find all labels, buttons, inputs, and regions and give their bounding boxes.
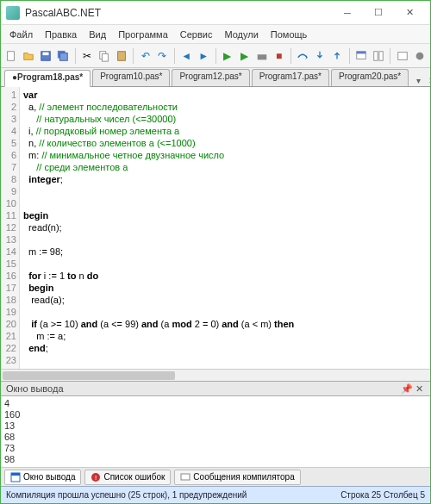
run-noconsole-icon[interactable]: ▶ — [237, 47, 252, 65]
option-icon[interactable] — [412, 47, 427, 65]
tabbar: ●Program18.pas* Program10.pas* Program12… — [1, 68, 430, 87]
copy-icon[interactable] — [97, 47, 111, 65]
output-panel[interactable]: 41601368739868 — [1, 396, 430, 467]
tab-dropdown-icon[interactable]: ▾ — [412, 74, 424, 86]
scrollbar-horizontal[interactable] — [1, 369, 430, 381]
pin-icon[interactable]: 📌 — [401, 383, 413, 395]
prev-icon[interactable]: ◄ — [179, 47, 194, 65]
cut-icon[interactable]: ✂ — [80, 47, 95, 65]
svg-rect-7 — [117, 51, 125, 60]
svg-rect-4 — [60, 53, 68, 60]
open-file-icon[interactable] — [22, 47, 36, 65]
undo-icon[interactable]: ↶ — [138, 47, 153, 65]
tab-program20[interactable]: Program20.pas* — [331, 69, 409, 86]
btab-output[interactable]: Окно вывода — [4, 470, 81, 485]
stop-icon[interactable]: ■ — [272, 47, 286, 65]
statusbar: Компиляция прошла успешно (25 строк), 1 … — [1, 486, 430, 503]
paste-icon[interactable] — [114, 47, 128, 65]
menu-service[interactable]: Сервис — [175, 28, 218, 41]
redo-icon[interactable]: ↷ — [155, 47, 170, 65]
btab-errors[interactable]: !Список ошибок — [84, 470, 171, 485]
code-area[interactable]: var a, // элемент последовательности // … — [20, 87, 430, 369]
window-title: PascalABC.NET — [25, 7, 332, 19]
status-position: Строка 25 Столбец 5 — [340, 490, 425, 500]
tab-close-icon[interactable]: ✕ — [426, 74, 431, 86]
svg-rect-16 — [11, 473, 20, 476]
next-icon[interactable]: ► — [197, 47, 211, 65]
svg-point-14 — [415, 52, 423, 59]
menu-help[interactable]: Помощь — [265, 28, 313, 41]
new-file-icon[interactable] — [4, 47, 19, 65]
scrollbar-thumb[interactable] — [3, 371, 175, 380]
svg-text:!: ! — [95, 474, 97, 482]
build-icon[interactable] — [254, 47, 269, 65]
titlebar: PascalABC.NET ─ ☐ ✕ — [1, 1, 430, 25]
svg-rect-11 — [374, 51, 378, 60]
step-over-icon[interactable] — [296, 47, 310, 65]
menu-edit[interactable]: Правка — [40, 28, 82, 41]
svg-rect-8 — [258, 54, 267, 59]
svg-rect-19 — [181, 474, 190, 480]
svg-rect-10 — [357, 51, 366, 53]
gutter: 1234567891011121314151617181920212223242… — [1, 87, 20, 369]
project-icon[interactable] — [395, 47, 409, 65]
svg-rect-12 — [379, 51, 383, 60]
svg-rect-0 — [8, 51, 15, 60]
svg-rect-6 — [102, 53, 108, 61]
minimize-button[interactable]: ─ — [332, 3, 363, 23]
btab-messages[interactable]: Сообщения компилятора — [174, 470, 300, 485]
layout-icon[interactable] — [371, 47, 385, 65]
bottom-tabbar: Окно вывода !Список ошибок Сообщения ком… — [1, 467, 430, 486]
run-icon[interactable]: ▶ — [220, 47, 234, 65]
output-close-icon[interactable]: ✕ — [413, 383, 425, 395]
tab-program18[interactable]: ●Program18.pas* — [4, 70, 91, 87]
step-out-icon[interactable] — [330, 47, 345, 65]
save-icon[interactable] — [39, 47, 53, 65]
menu-file[interactable]: Файл — [4, 28, 38, 41]
tab-program10[interactable]: Program10.pas* — [92, 69, 170, 86]
output-title: Окно вывода — [6, 383, 64, 394]
menu-program[interactable]: Программа — [113, 28, 173, 41]
menu-view[interactable]: Вид — [84, 28, 111, 41]
app-icon — [6, 6, 20, 20]
step-into-icon[interactable] — [313, 47, 328, 65]
status-message: Компиляция прошла успешно (25 строк), 1 … — [6, 490, 247, 500]
menu-modules[interactable]: Модули — [219, 28, 263, 41]
maximize-button[interactable]: ☐ — [363, 3, 394, 23]
output-panel-header: Окно вывода 📌 ✕ — [1, 381, 430, 396]
toolbar: ✂ ↶ ↷ ◄ ► ▶ ▶ ■ — [1, 44, 430, 68]
code-editor[interactable]: 1234567891011121314151617181920212223242… — [1, 87, 430, 369]
svg-rect-13 — [397, 52, 407, 59]
close-button[interactable]: ✕ — [394, 3, 425, 23]
menubar: Файл Правка Вид Программа Сервис Модули … — [1, 25, 430, 44]
tab-program17[interactable]: Program17.pas* — [252, 69, 329, 86]
form-icon[interactable] — [354, 47, 369, 65]
tab-program12[interactable]: Program12.pas* — [172, 69, 249, 86]
save-all-icon[interactable] — [56, 47, 71, 65]
svg-rect-2 — [43, 52, 49, 55]
